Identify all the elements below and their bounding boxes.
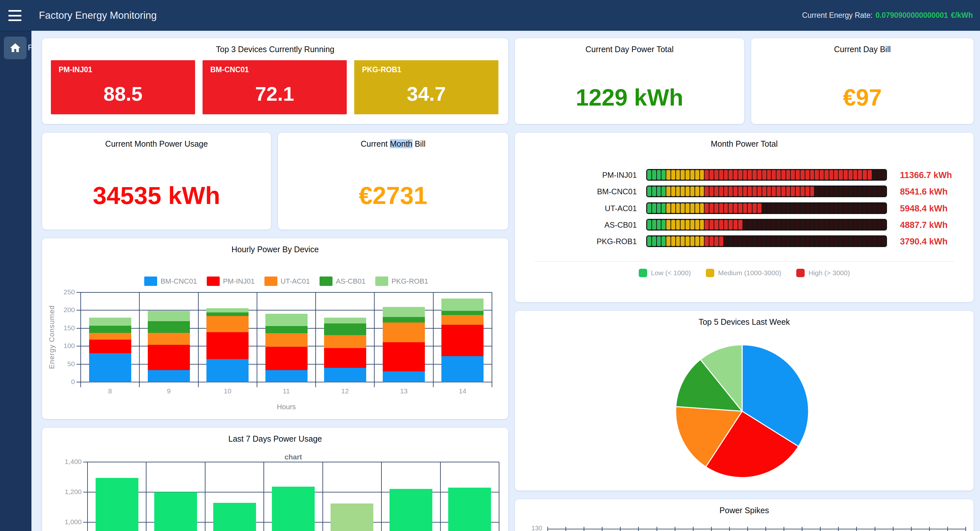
led-segment	[867, 236, 872, 246]
led-segment	[843, 236, 848, 246]
led-segment	[666, 220, 670, 230]
led-segment	[786, 203, 791, 213]
axis-tick	[638, 527, 639, 531]
led-segment	[752, 220, 757, 230]
device-total: 8541.6 kWh	[900, 187, 948, 197]
led-segment	[738, 203, 743, 213]
led-segment	[872, 187, 877, 196]
led-segment	[767, 170, 771, 180]
led-segment	[662, 236, 666, 246]
led-segment	[834, 236, 838, 246]
led-segment	[710, 203, 714, 213]
led-segment	[700, 170, 704, 180]
stacked-bar-segment	[148, 311, 190, 321]
card-day-power-total: Current Day Power Total 1229 kWh	[515, 38, 744, 124]
led-segment	[652, 220, 656, 230]
led-segment	[743, 170, 747, 180]
led-segment	[810, 220, 815, 230]
device-total: 5948.4 kWh	[900, 204, 948, 214]
axis-tick	[856, 527, 857, 531]
led-segment	[863, 203, 867, 213]
legend-swatch	[706, 269, 714, 277]
led-segment	[676, 203, 680, 213]
led-segment	[686, 236, 690, 246]
legend-item[interactable]: High (> 3000)	[796, 269, 850, 277]
led-segment	[776, 170, 781, 180]
led-segment	[647, 236, 651, 246]
led-segment	[829, 170, 834, 180]
device-value: 88.5	[51, 73, 195, 114]
led-segment	[858, 203, 862, 213]
axis-tick	[693, 527, 694, 531]
x-tick-label: 8	[81, 387, 139, 395]
led-segment	[863, 170, 867, 180]
led-segment	[681, 170, 685, 180]
card-title: Current Month Bill	[278, 139, 508, 149]
led-segment	[671, 187, 675, 196]
led-segment	[815, 170, 819, 180]
led-segment	[863, 236, 867, 246]
led-segment	[757, 203, 762, 213]
led-segment	[863, 187, 867, 196]
led-segment	[776, 187, 781, 196]
gridline	[323, 462, 323, 531]
top-navbar: Factory Energy Monitoring Current Energy…	[0, 0, 980, 31]
axis-tick	[657, 527, 657, 531]
led-segment	[805, 203, 810, 213]
led-segment	[729, 220, 733, 230]
menu-bar	[8, 15, 21, 16]
led-bar	[646, 202, 887, 214]
gridline	[87, 462, 88, 531]
led-segment	[657, 203, 661, 213]
led-segment	[695, 170, 699, 180]
led-segment	[652, 203, 656, 213]
led-segment	[872, 220, 877, 230]
led-segment	[834, 170, 838, 180]
device-tile: BM-CNC01 72.1	[202, 60, 347, 114]
device-total: 11366.7 kWh	[900, 170, 952, 180]
gridline	[146, 462, 146, 531]
gridline	[433, 292, 434, 387]
axis-tick	[893, 527, 894, 531]
led-segment	[791, 170, 795, 180]
led-segment	[671, 170, 675, 180]
led-segment	[786, 187, 791, 196]
led-segment	[767, 220, 771, 230]
gridline	[205, 462, 205, 531]
led-segment	[819, 236, 824, 246]
led-segment	[676, 170, 680, 180]
axis-tick	[820, 527, 821, 531]
led-segment	[729, 236, 733, 246]
led-segment	[882, 220, 886, 230]
card-month-power-usage: Current Month Power Usage 34535 kWh	[42, 133, 271, 230]
led-segment	[882, 170, 886, 180]
device-name: PM-INJ01	[59, 65, 92, 74]
led-segment	[767, 236, 771, 246]
led-segment	[839, 170, 843, 180]
led-segment	[652, 170, 656, 180]
stacked-bar-segment	[148, 370, 190, 382]
led-segment	[834, 187, 838, 196]
stacked-bar-segment	[148, 345, 190, 370]
axis-tick	[929, 527, 930, 531]
led-segment	[839, 203, 843, 213]
led-segment	[705, 220, 709, 230]
gridline	[374, 292, 375, 387]
led-segment	[724, 203, 728, 213]
bar	[331, 504, 373, 531]
legend-item[interactable]: Medium (1000-3000)	[706, 269, 781, 277]
led-segment	[791, 203, 795, 213]
home-button[interactable]	[4, 36, 27, 59]
legend-item[interactable]: Low (< 1000)	[639, 269, 691, 277]
axis-tick	[947, 527, 948, 531]
led-segment	[819, 170, 824, 180]
led-segment	[662, 170, 666, 180]
menu-icon[interactable]	[8, 10, 21, 21]
device-value: 34.7	[354, 73, 498, 114]
led-segment	[810, 236, 815, 246]
led-segment	[714, 236, 719, 246]
gridline	[264, 462, 264, 531]
led-segment	[724, 170, 728, 180]
led-segment	[752, 236, 757, 246]
led-segment	[772, 203, 776, 213]
